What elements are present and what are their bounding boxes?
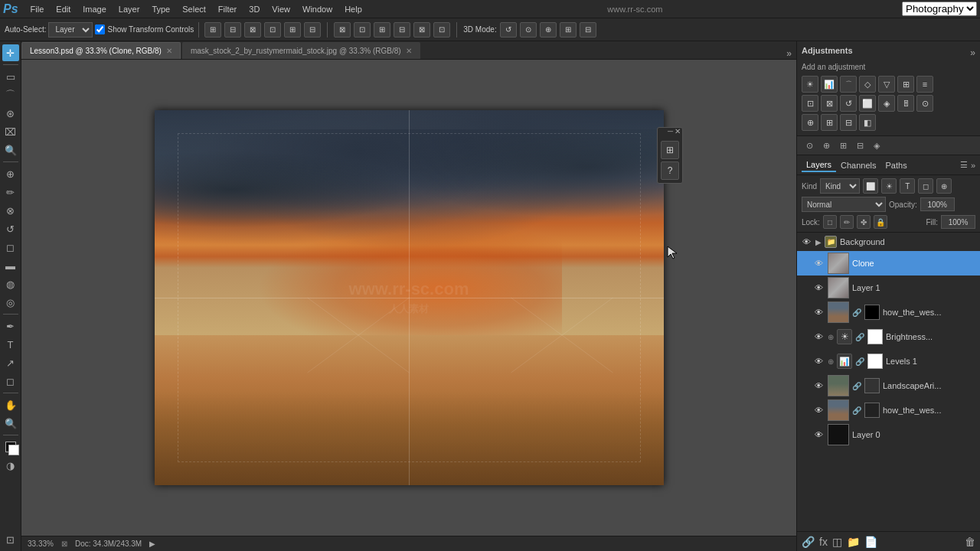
quick-mask-btn[interactable]: ◑	[2, 457, 19, 474]
timeline-advance-btn[interactable]: ▶	[149, 540, 155, 548]
add-style-btn[interactable]: fx	[819, 536, 828, 548]
layer-group-background[interactable]: 👁 ▶ 📁 Background	[797, 233, 980, 251]
selection-tool[interactable]: ▭	[2, 68, 19, 85]
tab-layers[interactable]: Layers	[802, 158, 836, 172]
tab-mask-stock[interactable]: mask_stock_2_by_rustymermaid_stock.jpg @…	[182, 42, 420, 59]
align-left-btn[interactable]: ⊞	[204, 22, 221, 37]
clone-eye-icon[interactable]: 👁	[812, 257, 825, 269]
delete-layer-btn[interactable]: 🗑	[965, 536, 975, 548]
adj-photofilter-btn[interactable]: ⊠	[821, 95, 838, 112]
type-tool[interactable]: T	[2, 336, 19, 353]
3d-btn2[interactable]: ⊙	[520, 22, 537, 37]
align-top-btn[interactable]: ⊡	[264, 22, 281, 37]
float-info-btn[interactable]: ?	[661, 161, 679, 180]
layers-panel-collapse-btn[interactable]: »	[971, 161, 975, 170]
filter-pixel-btn[interactable]: ⬜	[863, 178, 878, 194]
filter-adj-btn[interactable]: ☀	[881, 178, 897, 194]
new-group-btn[interactable]: 📁	[847, 536, 860, 548]
crop-tool[interactable]: ⌧	[2, 123, 19, 140]
float-camera-btn[interactable]: ⊞	[661, 141, 679, 159]
dodge-tool[interactable]: ◎	[2, 294, 19, 311]
opacity-value[interactable]: 100%	[920, 197, 955, 211]
panel-icon2[interactable]: ⊕	[818, 138, 834, 153]
close-tab2[interactable]: ✕	[406, 47, 412, 55]
brightness-eye-icon[interactable]: 👁	[812, 331, 825, 343]
align-center-v-btn[interactable]: ⊟	[224, 22, 241, 37]
landscape-eye-icon[interactable]: 👁	[812, 380, 825, 392]
distribute2-btn[interactable]: ⊡	[354, 22, 371, 37]
menu-file[interactable]: File	[24, 3, 51, 15]
quick-select-tool[interactable]: ⊛	[2, 105, 19, 122]
layer-brightness-adj[interactable]: 👁 ⊕ ☀ 🔗 Brightness...	[797, 324, 980, 349]
tab-lesson3[interactable]: Lesson3.psd @ 33.3% (Clone, RGB/8) ✕	[21, 42, 181, 59]
menu-edit[interactable]: Edit	[50, 3, 77, 15]
filter-smart-btn[interactable]: ⊕	[936, 178, 952, 194]
screen-mode-btn[interactable]: ⊡	[2, 531, 19, 548]
float-close-btn[interactable]: ✕	[675, 127, 681, 135]
tab-paths[interactable]: Paths	[881, 159, 912, 171]
new-layer-btn[interactable]: 📄	[864, 536, 877, 548]
hand-tool[interactable]: ✋	[2, 396, 19, 413]
link-layers-btn[interactable]: 🔗	[802, 536, 815, 548]
align-bottom-btn[interactable]: ⊟	[304, 22, 321, 37]
adj-gradient-btn[interactable]: ◧	[859, 114, 876, 131]
adj-posterize-btn[interactable]: 🎚	[897, 95, 914, 112]
menu-help[interactable]: Help	[338, 3, 368, 15]
history-brush-tool[interactable]: ↺	[2, 220, 19, 237]
adj-channelmixer-btn[interactable]: ↺	[840, 95, 857, 112]
adj-curves-btn[interactable]: ⌒	[840, 76, 857, 93]
adj-colorbalance-btn[interactable]: ≡	[916, 76, 933, 93]
layer-filter-select[interactable]: Kind	[820, 178, 860, 194]
align-right-btn[interactable]: ⊠	[244, 22, 261, 37]
zoom-tool[interactable]: 🔍	[2, 415, 19, 432]
menu-view[interactable]: View	[266, 3, 296, 15]
eyedropper-tool[interactable]: 🔍	[2, 142, 19, 158]
menu-window[interactable]: Window	[296, 3, 338, 15]
menu-3d[interactable]: 3D	[243, 3, 266, 15]
layers-panel-menu-btn[interactable]: ☰	[960, 160, 968, 170]
lock-position-btn[interactable]: ✤	[857, 215, 871, 229]
levels-eye-icon[interactable]: 👁	[812, 355, 825, 367]
layer1-eye-icon[interactable]: 👁	[812, 282, 825, 294]
canvas-viewport[interactable]: www.rr-sc.com 人人素材 ─ ✕ ⊞ ?	[21, 60, 796, 536]
distribute3-btn[interactable]: ⊞	[374, 22, 390, 37]
3d-btn1[interactable]: ↺	[500, 22, 517, 37]
adj-threshold-btn[interactable]: ⊙	[916, 95, 933, 112]
blend-mode-select[interactable]: Normal Dissolve Multiply Screen Overlay	[802, 197, 886, 212]
how1-eye-icon[interactable]: 👁	[812, 306, 825, 318]
eye-icon[interactable]: 👁	[800, 236, 812, 248]
gradient-tool[interactable]: ▬	[2, 257, 19, 274]
menu-filter[interactable]: Filter	[212, 3, 243, 15]
move-tool[interactable]: ✛	[2, 44, 19, 61]
layer-how1[interactable]: 👁 🔗 how_the_wes...	[797, 300, 980, 324]
lock-transparency-btn[interactable]: □	[823, 215, 837, 229]
3d-btn4[interactable]: ⊞	[560, 22, 577, 37]
collapse-panel-btn[interactable]: »	[782, 48, 796, 59]
panel-icon3[interactable]: ⊞	[835, 138, 851, 153]
adj-solidcolor-btn[interactable]: ⊟	[840, 114, 857, 131]
adj-bw-btn[interactable]: ⊡	[802, 95, 818, 112]
brush-tool[interactable]: ✏	[2, 184, 19, 201]
blur-tool[interactable]: ◍	[2, 276, 19, 292]
adj-gradientmap-btn[interactable]: ⊕	[802, 114, 818, 131]
3d-btn3[interactable]: ⊕	[540, 22, 557, 37]
adj-exposure-btn[interactable]: ◇	[859, 76, 876, 93]
adj-invert-btn[interactable]: ◈	[878, 95, 895, 112]
filter-type-btn[interactable]: T	[900, 178, 915, 194]
layer-clone[interactable]: 👁 Clone	[797, 251, 980, 276]
menu-select[interactable]: Select	[176, 3, 212, 15]
adj-brightness-contrast-btn[interactable]: ☀	[802, 76, 818, 93]
clone-stamp-tool[interactable]: ⊗	[2, 202, 19, 219]
path-select-tool[interactable]: ↗	[2, 354, 19, 371]
layer-how2[interactable]: 👁 🔗 how_the_wes...	[797, 398, 980, 422]
menu-image[interactable]: Image	[77, 3, 113, 15]
adjustments-collapse-btn[interactable]: »	[970, 47, 975, 58]
layer-levels-adj[interactable]: 👁 ⊕ 📊 🔗 Levels 1	[797, 349, 980, 373]
adj-vibrance-btn[interactable]: ▽	[878, 76, 895, 93]
fill-value[interactable]: 100%	[941, 215, 975, 229]
healing-brush-tool[interactable]: ⊕	[2, 165, 19, 182]
layer0-eye-icon[interactable]: 👁	[812, 429, 825, 441]
pen-tool[interactable]: ✒	[2, 318, 19, 334]
show-transform-checkbox[interactable]: Show Transform Controls	[95, 24, 194, 34]
tab-channels[interactable]: Channels	[836, 159, 880, 171]
